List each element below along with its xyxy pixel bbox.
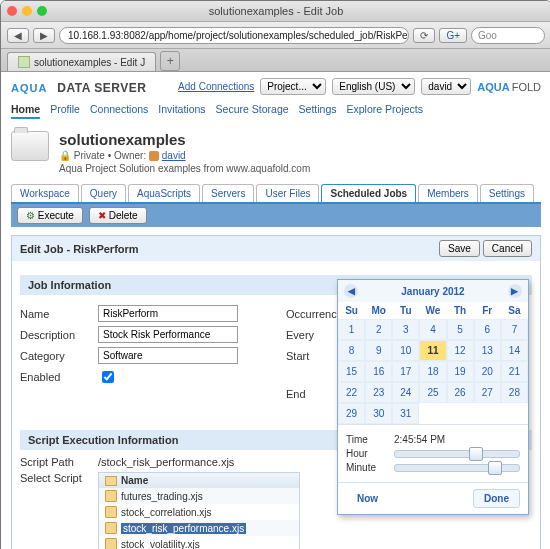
app-logo: AQUA DATA SERVER (11, 79, 146, 95)
language-select[interactable]: English (US) (332, 78, 415, 95)
script-item[interactable]: stock_volatility.xjs (99, 536, 299, 549)
nav-settings[interactable]: Settings (299, 103, 337, 119)
delete-icon: ✖ (98, 210, 106, 221)
folder-icon (11, 131, 49, 161)
day-cell[interactable]: 7 (501, 319, 528, 340)
day-cell[interactable]: 27 (474, 382, 501, 403)
day-cell[interactable]: 18 (419, 361, 446, 382)
hour-slider[interactable] (394, 450, 520, 458)
project-select[interactable]: Project... (260, 78, 326, 95)
day-cell[interactable]: 28 (501, 382, 528, 403)
description-input[interactable] (98, 326, 238, 343)
day-cell[interactable]: 30 (365, 403, 392, 424)
day-cell[interactable]: 24 (392, 382, 419, 403)
google-button[interactable]: G+ (439, 28, 467, 43)
owner-link[interactable]: david (162, 150, 186, 161)
day-cell[interactable]: 8 (338, 340, 365, 361)
nav-explore-projects[interactable]: Explore Projects (347, 103, 423, 119)
prev-month-button[interactable]: ◀ (344, 284, 358, 298)
save-button[interactable]: Save (439, 240, 480, 257)
add-connections-link[interactable]: Add Connections (178, 81, 254, 92)
forward-button[interactable]: ▶ (33, 28, 55, 43)
day-cell[interactable]: 5 (447, 319, 474, 340)
tab-aquascripts[interactable]: AquaScripts (128, 184, 200, 202)
day-cell[interactable]: 16 (365, 361, 392, 382)
day-cell[interactable]: 21 (501, 361, 528, 382)
day-cell[interactable]: 22 (338, 382, 365, 403)
page-icon (18, 56, 30, 68)
owner-avatar-icon (149, 151, 159, 161)
reload-button[interactable]: ⟳ (413, 28, 435, 43)
category-input[interactable] (98, 347, 238, 364)
day-cell[interactable]: 25 (419, 382, 446, 403)
day-cell[interactable]: 2 (365, 319, 392, 340)
enabled-checkbox[interactable] (102, 371, 114, 383)
project-tabs: WorkspaceQueryAquaScriptsServersUser Fil… (11, 184, 541, 204)
browser-toolbar: ◀ ▶ 10.168.1.93:8082/app/home/project/so… (1, 22, 550, 49)
project-title: solutionexamples (59, 131, 310, 148)
execute-button[interactable]: ⚙ Execute (17, 207, 83, 224)
project-desc: Aqua Project Solution examples from www.… (59, 163, 310, 174)
dow-header: Su (338, 302, 365, 319)
day-cell[interactable]: 31 (392, 403, 419, 424)
script-item[interactable]: stock_correlation.xjs (99, 504, 299, 520)
script-list-header[interactable]: Name (99, 473, 299, 488)
browser-tab[interactable]: solutionexamples - Edit J (7, 52, 156, 71)
dow-header: Fr (474, 302, 501, 319)
next-month-button[interactable]: ▶ (508, 284, 522, 298)
window-title: solutionexamples - Edit Job (1, 5, 550, 17)
folder-small-icon (105, 476, 117, 486)
script-item[interactable]: stock_risk_performance.xjs (99, 520, 299, 536)
day-cell[interactable]: 10 (392, 340, 419, 361)
cancel-button[interactable]: Cancel (483, 240, 532, 257)
browser-tabbar: solutionexamples - Edit J + (1, 49, 550, 72)
tab-settings[interactable]: Settings (480, 184, 534, 202)
done-button[interactable]: Done (473, 489, 520, 508)
nav-invitations[interactable]: Invitations (158, 103, 205, 119)
day-cell[interactable]: 4 (419, 319, 446, 340)
day-cell[interactable]: 26 (447, 382, 474, 403)
tab-user-files[interactable]: User Files (256, 184, 319, 202)
day-cell[interactable]: 6 (474, 319, 501, 340)
delete-button[interactable]: ✖ Delete (89, 207, 147, 224)
back-button[interactable]: ◀ (7, 28, 29, 43)
tab-scheduled-jobs[interactable]: Scheduled Jobs (321, 184, 416, 202)
search-field[interactable]: Goo (471, 27, 545, 44)
name-input[interactable] (98, 305, 238, 322)
script-item[interactable]: futures_trading.xjs (99, 488, 299, 504)
day-cell[interactable]: 20 (474, 361, 501, 382)
tab-workspace[interactable]: Workspace (11, 184, 79, 202)
day-cell[interactable]: 23 (365, 382, 392, 403)
day-cell[interactable]: 29 (338, 403, 365, 424)
day-cell[interactable]: 14 (501, 340, 528, 361)
day-cell[interactable]: 15 (338, 361, 365, 382)
now-button[interactable]: Now (346, 489, 389, 508)
day-cell[interactable]: 3 (392, 319, 419, 340)
project-meta: 🔒 Private • Owner: david (59, 150, 310, 161)
minute-slider[interactable] (394, 464, 520, 472)
address-bar[interactable]: 10.168.1.93:8082/app/home/project/soluti… (59, 27, 409, 44)
day-cell[interactable]: 12 (447, 340, 474, 361)
dow-header: Th (447, 302, 474, 319)
day-cell[interactable]: 11 (419, 340, 446, 361)
day-cell[interactable]: 19 (447, 361, 474, 382)
user-select[interactable]: david (421, 78, 471, 95)
nav-home[interactable]: Home (11, 103, 40, 119)
label-hour: Hour (346, 448, 386, 459)
script-item-label: stock_correlation.xjs (121, 507, 212, 518)
new-tab-button[interactable]: + (160, 51, 180, 71)
brand-logo: AQUAFOLD (477, 81, 541, 93)
tab-servers[interactable]: Servers (202, 184, 254, 202)
nav-profile[interactable]: Profile (50, 103, 80, 119)
script-file-icon (105, 506, 117, 518)
label-select-script: Select Script (20, 472, 90, 484)
script-path-value: /stock_risk_performance.xjs (98, 456, 234, 468)
tab-query[interactable]: Query (81, 184, 126, 202)
day-cell[interactable]: 1 (338, 319, 365, 340)
nav-connections[interactable]: Connections (90, 103, 148, 119)
day-cell[interactable]: 9 (365, 340, 392, 361)
day-cell[interactable]: 13 (474, 340, 501, 361)
tab-members[interactable]: Members (418, 184, 478, 202)
nav-secure-storage[interactable]: Secure Storage (216, 103, 289, 119)
day-cell[interactable]: 17 (392, 361, 419, 382)
